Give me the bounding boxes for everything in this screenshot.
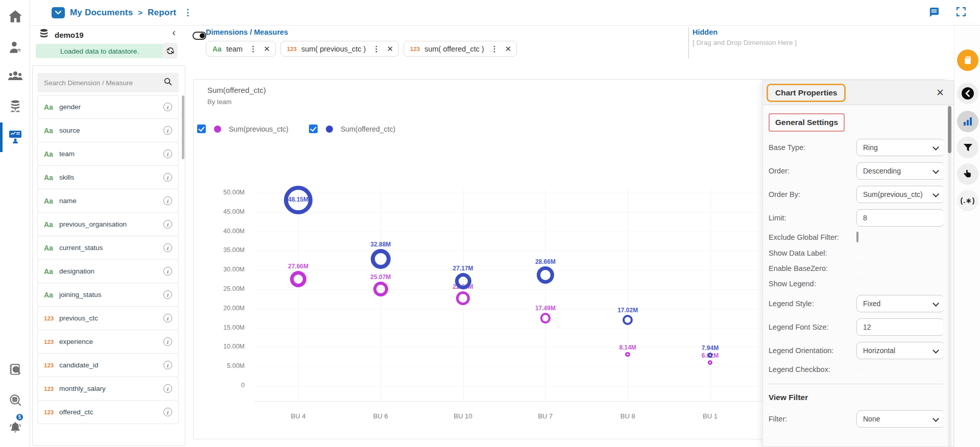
datasource-name: demo19 xyxy=(55,31,84,39)
properties-scrollbar-track[interactable] xyxy=(948,105,951,446)
right-toolbar: (.∗) xyxy=(954,26,980,447)
chart-properties-button[interactable] xyxy=(957,111,978,132)
field-row-joining_status[interactable]: Aajoining_statusi xyxy=(37,283,179,307)
field-info-icon[interactable]: i xyxy=(163,337,172,346)
chip-menu-icon[interactable]: ⋮ xyxy=(370,45,382,53)
field-row-designation[interactable]: Aadesignationi xyxy=(37,259,179,283)
field-info-icon[interactable]: i xyxy=(163,126,172,135)
field-row-skills[interactable]: Aaskillsi xyxy=(37,165,179,189)
rail-dashboard-icon[interactable] xyxy=(0,125,30,149)
field-row-source[interactable]: Aasourcei xyxy=(37,118,179,142)
legend-orientation-select[interactable]: Horizontal xyxy=(856,342,943,359)
order-select[interactable]: Descending xyxy=(856,162,943,180)
text-type-icon: Aa xyxy=(44,197,59,205)
field-info-icon[interactable]: i xyxy=(163,361,172,369)
field-row-previous_organisation[interactable]: Aaprevious_organisationi xyxy=(37,212,179,236)
report-menu-icon[interactable]: ⋮ xyxy=(181,8,194,17)
chart-ring[interactable] xyxy=(371,249,391,269)
field-row-monthly_salary[interactable]: 123monthly_salaryi xyxy=(37,377,179,401)
field-row-current_status[interactable]: Aacurrent_statusi xyxy=(37,236,179,260)
field-info-icon[interactable]: i xyxy=(163,173,172,182)
chart-ring[interactable] xyxy=(625,352,630,357)
collapse-panel-icon[interactable]: ‹ xyxy=(172,27,176,38)
rail-user-groups-icon[interactable] xyxy=(0,64,30,89)
refresh-datastore-button[interactable] xyxy=(162,43,178,59)
storage-button[interactable] xyxy=(957,49,978,71)
field-info-icon[interactable]: i xyxy=(163,267,172,276)
legend-label[interactable]: Sum(offered_ctc) xyxy=(341,125,395,133)
regex-tool-button[interactable]: (.∗) xyxy=(957,190,978,211)
field-info-icon[interactable]: i xyxy=(163,408,172,416)
comments-icon[interactable] xyxy=(928,7,939,19)
property-row-legend-checkbox: Legend Checkbox: xyxy=(769,365,943,374)
number-type-icon: 123 xyxy=(44,339,59,345)
hidden-dropzone[interactable]: Hidden [ Drag and Drop Dimension Here ] xyxy=(692,26,797,46)
fullscreen-icon[interactable] xyxy=(957,7,966,18)
legend-checkbox[interactable] xyxy=(309,125,318,133)
chip-team[interactable]: Aateam⋮✕ xyxy=(206,41,276,57)
folder-dropdown-icon[interactable] xyxy=(52,7,65,18)
legend-style-select[interactable]: Fixed xyxy=(856,295,943,312)
field-row-gender[interactable]: Aagenderi xyxy=(37,95,179,119)
field-info-icon[interactable]: i xyxy=(163,103,172,111)
search-input[interactable] xyxy=(44,79,163,87)
chart-ring[interactable] xyxy=(540,313,551,324)
field-info-icon[interactable]: i xyxy=(163,384,172,393)
chart-ring[interactable] xyxy=(537,266,554,284)
legend-font-size-input[interactable]: 12 xyxy=(856,318,943,336)
field-list-scrollbar[interactable] xyxy=(182,95,184,159)
limit-input[interactable]: 8 xyxy=(856,209,943,227)
pointer-tool-button[interactable] xyxy=(957,163,978,185)
x-category-label: BU 10 xyxy=(440,412,486,420)
field-info-icon[interactable]: i xyxy=(163,220,172,229)
close-properties-icon[interactable]: ✕ xyxy=(936,87,944,98)
properties-scrollbar-thumb[interactable] xyxy=(948,106,951,153)
field-name: previous_organisation xyxy=(59,220,163,228)
field-row-previous_ctc[interactable]: 123previous_ctci xyxy=(37,306,179,330)
chip-menu-icon[interactable]: ⋮ xyxy=(489,45,500,53)
rail-user-settings-icon[interactable] xyxy=(0,35,30,60)
filter-button[interactable] xyxy=(957,137,978,158)
breadcrumb-my-documents[interactable]: My Documents xyxy=(70,8,133,18)
chart-ring[interactable] xyxy=(708,360,712,365)
field-row-experience[interactable]: 123experiencei xyxy=(37,330,179,354)
rail-home-icon[interactable] xyxy=(0,4,30,29)
field-row-team[interactable]: Aateami xyxy=(37,142,179,166)
filter-select[interactable]: None xyxy=(856,410,943,428)
rail-datastore-icon[interactable] xyxy=(0,94,30,119)
field-info-icon[interactable]: i xyxy=(163,196,172,205)
chip-menu-icon[interactable]: ⋮ xyxy=(247,45,259,53)
chart-ring[interactable] xyxy=(455,273,471,289)
field-info-icon[interactable]: i xyxy=(163,290,172,299)
chart-ring[interactable] xyxy=(456,291,470,305)
exclude-global-filter-checkbox[interactable] xyxy=(856,232,858,242)
legend-label[interactable]: Sum(previous_ctc) xyxy=(229,125,289,133)
chart-ring[interactable] xyxy=(623,315,633,325)
dimensions-toggle[interactable] xyxy=(193,32,206,40)
chip-remove-icon[interactable]: ✕ xyxy=(387,44,393,54)
field-row-candidate_id[interactable]: 123candidate_idi xyxy=(37,353,179,377)
search-icon[interactable] xyxy=(163,77,173,88)
gridline-v xyxy=(298,189,299,401)
chip-remove-icon[interactable]: ✕ xyxy=(264,44,270,54)
chart-ring[interactable] xyxy=(290,271,307,288)
order-by-select[interactable]: Sum(previous_ctc) xyxy=(856,186,943,203)
chip-remove-icon[interactable]: ✕ xyxy=(505,44,512,54)
base-type-select[interactable]: Ring xyxy=(856,139,943,156)
rail-notifications-icon[interactable]: 5 xyxy=(0,416,30,440)
breadcrumb-report[interactable]: Report xyxy=(148,8,176,18)
rail-data-audit-icon[interactable] xyxy=(0,358,30,382)
field-info-icon[interactable]: i xyxy=(163,314,172,322)
field-info-icon[interactable]: i xyxy=(163,150,172,158)
field-row-name[interactable]: Aanamei xyxy=(37,189,179,213)
properties-divider xyxy=(769,384,943,384)
chip-sum-previous-ctc[interactable]: 123sum( previous_ctc )⋮✕ xyxy=(280,41,399,57)
field-info-icon[interactable]: i xyxy=(163,243,172,252)
rail-data-search-icon[interactable] xyxy=(0,388,30,413)
chart-ring[interactable] xyxy=(708,353,712,357)
chart-ring[interactable] xyxy=(373,282,389,297)
field-row-offered_ctc[interactable]: 123offered_ctci xyxy=(37,400,179,424)
chip-sum-offered-ctc[interactable]: 123sum( offered_ctc )⋮✕ xyxy=(403,41,517,57)
back-button[interactable] xyxy=(957,83,978,104)
legend-checkbox[interactable] xyxy=(197,125,206,133)
